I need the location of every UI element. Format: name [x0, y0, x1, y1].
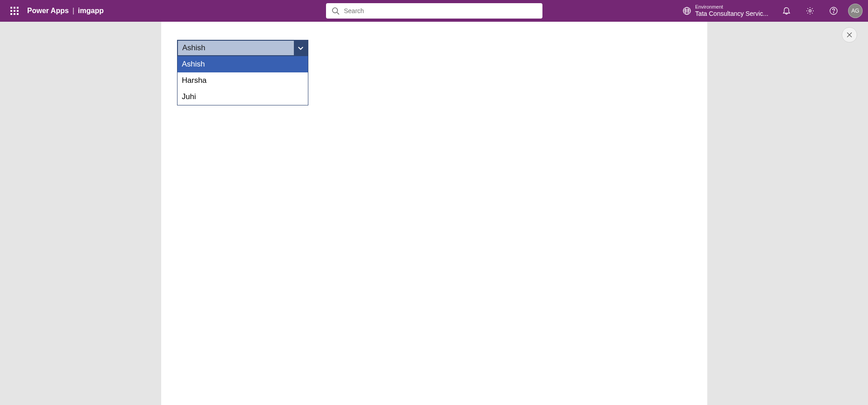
- help-button[interactable]: [823, 0, 844, 22]
- svg-point-5: [809, 10, 811, 12]
- dropdown-control: Ashish Ashish Harsha Juhi: [177, 40, 308, 105]
- title-separator: |: [72, 7, 74, 15]
- app-canvas: Ashish Ashish Harsha Juhi: [161, 22, 707, 405]
- app-name[interactable]: imgapp: [78, 7, 104, 15]
- notifications-button[interactable]: [776, 0, 797, 22]
- environment-value: Tata Consultancy Servic...: [695, 10, 768, 18]
- bell-icon: [782, 7, 791, 15]
- environment-selector[interactable]: Environment Tata Consultancy Servic...: [682, 4, 768, 18]
- canvas-area: Ashish Ashish Harsha Juhi: [0, 22, 868, 405]
- svg-point-0: [332, 8, 337, 13]
- dropdown-option[interactable]: Juhi: [177, 89, 308, 105]
- waffle-icon: [10, 7, 19, 15]
- dropdown-option[interactable]: Ashish: [177, 56, 308, 72]
- search-container: [326, 3, 542, 19]
- avatar-initials: AG: [851, 8, 859, 14]
- dropdown-select[interactable]: Ashish: [177, 40, 308, 56]
- svg-line-1: [337, 12, 339, 14]
- search-icon: [331, 7, 340, 15]
- user-avatar[interactable]: AG: [848, 4, 863, 18]
- environment-label: Environment: [695, 4, 768, 10]
- search-input[interactable]: [344, 7, 537, 14]
- app-header: Power Apps | imgapp Environme: [0, 0, 868, 22]
- close-icon: [846, 32, 853, 38]
- globe-icon: [682, 6, 691, 15]
- close-button[interactable]: [842, 27, 857, 43]
- svg-point-7: [834, 13, 834, 13]
- dropdown-option[interactable]: Harsha: [177, 72, 308, 89]
- dropdown-list: Ashish Harsha Juhi: [177, 56, 308, 105]
- chevron-down-icon: [297, 44, 304, 52]
- app-launcher-button[interactable]: [4, 0, 25, 22]
- help-icon: [830, 7, 838, 15]
- settings-button[interactable]: [799, 0, 821, 22]
- product-name[interactable]: Power Apps: [27, 7, 69, 15]
- dropdown-chevron-button[interactable]: [294, 41, 307, 55]
- gear-icon: [806, 7, 814, 15]
- dropdown-selected-value: Ashish: [178, 43, 294, 52]
- header-right: Environment Tata Consultancy Servic...: [682, 0, 864, 22]
- search-box[interactable]: [326, 3, 542, 19]
